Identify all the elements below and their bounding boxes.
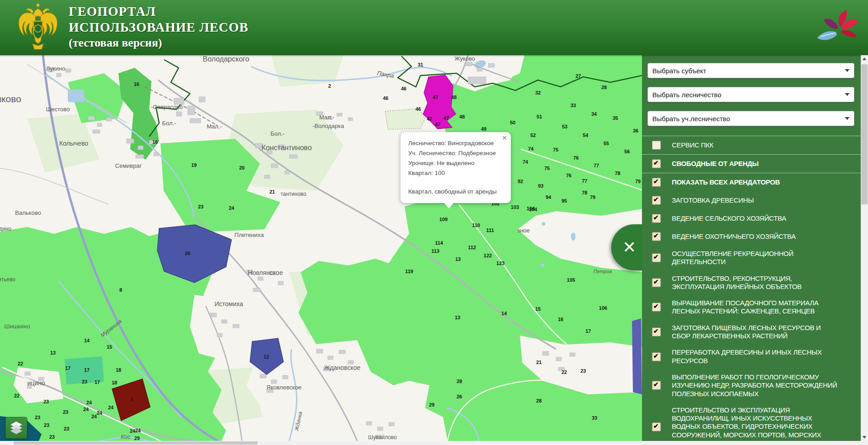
layer-row[interactable]: ПОКАЗАТЬ ВСЕХ АРЕНДАТОРОВ [642,173,861,191]
place-label: Шувайлово [368,434,397,440]
quarter-number: 76 [566,173,571,178]
quarter-number: 53 [562,124,567,129]
layer-row[interactable]: СЕРВИС ПКК [642,136,861,155]
layer-row[interactable]: ВЫРАЩИВАНИЕ ПОСАДОЧНОГО МАТЕРИАЛА ЛЕСНЫХ… [642,295,861,320]
place-label: урилково [0,94,21,104]
quarter-number: 34 [591,111,597,117]
place-label: Бол.- [162,120,176,127]
checked-checkbox[interactable] [652,196,661,205]
layer-row[interactable]: ЗАГОТОВКА ПИЩЕВЫХ ЛЕСНЫХ РЕСУРСОВ И СБОР… [642,320,861,345]
vertical-scrollbar[interactable] [861,55,868,441]
quarter-number: 52 [530,133,536,138]
checked-checkbox[interactable] [652,253,661,262]
checked-checkbox[interactable] [652,381,661,390]
quarter-number: 119 [405,269,413,274]
map-canvas[interactable]: 3146464748464747474849507373749192931001… [0,55,642,441]
layer-row[interactable]: ВЕДЕНИЕ ОХОТНИЧЬЕГО ХОЗЯЙСТВА [642,227,861,246]
layer-label: ВЫРАЩИВАНИЕ ПОСАДОЧНОГО МАТЕРИАЛА ЛЕСНЫХ… [672,299,839,316]
title-line-3: (тестовая версия) [69,35,249,51]
quarter-number: 51 [537,114,542,119]
checked-checkbox[interactable] [652,278,661,287]
place-label: Володарского [203,55,250,63]
quarter-number: 28 [457,379,462,384]
vertical-scrollbar-thumb[interactable] [861,64,868,204]
place-label: Колычево [59,140,88,147]
layer-row[interactable]: ЗАГОТОВКА ДРЕВЕСИНЫ [642,191,861,209]
place-label: зное [517,227,530,234]
checked-checkbox[interactable] [652,159,661,168]
map-svg[interactable]: 3146464748464747474849507373749192931001… [0,55,642,441]
checked-checkbox[interactable] [652,327,661,336]
map-info-popup: × Лесничество: Виноградовское Уч. Леснич… [401,132,511,203]
quarter-number: 24 [135,428,141,433]
rented-strip-purple[interactable] [632,318,642,394]
quarter-number: 23 [198,204,203,209]
layer-row[interactable]: ВЫПОЛНЕНИЕ РАБОТ ПО ГЕОЛОГИЧЕСКОМУ ИЗУЧЕ… [642,369,861,402]
layer-row[interactable]: СТРОИТЕЛЬСТВО, РЕКОНСТРУКЦИЯ, ЭКСПЛУАТАЦ… [642,270,861,295]
checked-checkbox[interactable] [652,422,661,431]
checked-checkbox[interactable] [652,178,661,187]
quarter-number: 16 [558,317,563,322]
scroll-down-arrow-icon[interactable] [861,434,868,441]
layers-icon [9,420,24,436]
quarter-number: 33 [571,103,576,108]
checked-checkbox[interactable] [652,303,661,312]
checked-checkbox[interactable] [652,214,661,223]
scroll-up-arrow-icon[interactable] [861,55,868,62]
quarter-number: 14 [501,311,507,316]
unchecked-checkbox[interactable] [652,141,661,150]
close-x-icon: ✕ [623,239,636,256]
checked-checkbox[interactable] [652,232,661,241]
place-label: Ждановское [324,364,361,371]
quarter-number: 47 [435,122,440,127]
popup-line-quarter: Квартал: 100 [408,168,505,178]
place-label: Семивраг [115,162,142,169]
filter-sidebar: Выбрать субъект Выбрать лесничество Выбр… [642,55,861,445]
basemap-layers-button[interactable] [5,417,27,439]
quarter-number: 92 [518,179,523,184]
quarter-number: 23 [580,368,586,374]
horizontal-scrollbar[interactable] [0,441,868,445]
checked-checkbox[interactable] [652,352,661,361]
quarter-number: 46 [383,95,388,101]
quarter-number: 18 [112,380,117,385]
place-label: Шишкино [5,323,30,330]
quarter-number: 17 [65,365,71,371]
forestry-dropdown[interactable]: Выбрать лесничество [647,87,854,102]
quarter-number: 79 [590,194,595,200]
quarter-number: 21 [269,189,275,194]
quarter-number: 77 [582,178,587,184]
quarter-number: 8 [119,287,122,293]
quarter-number: 22 [18,361,23,366]
layer-row[interactable]: ОСУЩЕСТВЛЕНИЕ РЕКРЕАЦИОННОЙ ДЕЯТЕЛЬНОСТИ [642,246,861,270]
subforestry-dropdown[interactable]: Выбрать уч.лесничество [647,111,854,126]
quarter-number: 122 [484,253,492,258]
subject-dropdown[interactable]: Выбрать субъект [647,63,854,78]
layer-row[interactable]: ВЕДЕНИЕ СЕЛЬСКОГО ХОЗЯЙСТВА [642,209,861,227]
popup-line-tract: Урочище: Не выделено [408,158,505,168]
layer-row[interactable]: ПЕРЕРАБОТКА ДРЕВЕСИНЫ И ИНЫХ ЛЕСНЫХ РЕСУ… [642,344,861,369]
layer-label: СЕРВИС ПКК [672,141,713,149]
layer-row[interactable]: СТРОИТЕЛЬСТВО И ЭКСПЛУАТАЦИЯ ВОДОХРАНИЛИ… [642,402,861,445]
horizontal-scrollbar-thumb[interactable] [14,441,258,445]
quarter-number: 15 [107,344,112,350]
layer-label: ПЕРЕРАБОТКА ДРЕВЕСИНЫ И ИНЫХ ЛЕСНЫХ РЕСУ… [672,348,839,365]
quarter-number: 13 [50,350,56,355]
popup-close-icon[interactable]: × [502,133,507,142]
popup-line-district: Уч. Лесничество: Подберезное [408,148,505,158]
quarter-number: 110 [472,222,480,228]
place-label: тантиново [280,191,306,197]
layer-row[interactable]: СВОБОДНЫЕ ОТ АРЕНДЫ [642,155,861,173]
quarter-number: 32 [535,90,541,95]
layer-label: СТРОИТЕЛЬСТВО, РЕКОНСТРУКЦИЯ, ЭКСПЛУАТАЦ… [672,275,839,291]
region-flower-logo-icon [814,8,863,47]
quarter-number: 46 [415,106,421,112]
quarter-number: 106 [599,305,607,311]
place-label: Петров [594,269,612,274]
quarter-number: 104 [527,206,535,211]
place-label: Лукино [46,65,66,72]
quarter-number: 27 [576,73,581,79]
quarter-number: 16 [152,139,158,145]
quarter-number: 93 [538,183,543,189]
layer-label: ПОКАЗАТЬ ВСЕХ АРЕНДАТОРОВ [672,178,780,186]
